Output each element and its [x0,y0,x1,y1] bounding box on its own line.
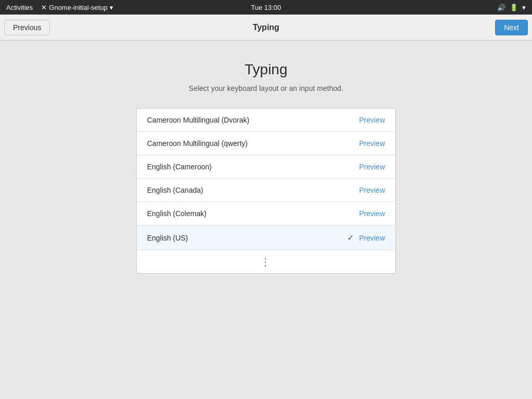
row-right: Preview [359,209,385,218]
row-left: Cameroon Multilingual (qwerty) [147,139,248,148]
previous-button[interactable]: Previous [4,20,50,35]
row-left: English (Cameroon) [147,163,212,171]
topbar-clock: Tue 13:00 [251,4,281,11]
layout-name: Cameroon Multilingual (Dvorak) [147,116,249,124]
more-options-row[interactable]: ⋮ [137,250,395,273]
list-item[interactable]: Cameroon Multilingual (qwerty) Preview [137,132,395,155]
preview-link[interactable]: Preview [359,209,385,218]
page-subtitle: Select your keyboard layout or an input … [189,84,343,92]
main-content: Typing Select your keyboard layout or an… [0,41,532,284]
row-right: Preview [359,139,385,148]
row-left: Cameroon Multilingual (Dvorak) [147,116,249,124]
list-item[interactable]: English (US) ✓ Preview [137,225,395,250]
keyboard-layout-list: Cameroon Multilingual (Dvorak) Preview C… [136,108,396,274]
preview-link[interactable]: Preview [359,116,385,124]
sound-icon[interactable]: 🔊 [497,4,506,11]
list-item[interactable]: English (Cameroon) Preview [137,155,395,179]
layout-name: English (US) [147,234,188,242]
headerbar: Previous Typing Next [0,15,532,41]
battery-icon: 🔋 [510,4,518,11]
system-menu-icon[interactable]: ▾ [522,4,526,11]
topbar-left: Activities ✕ Gnome-initial-setup ▾ [6,4,113,11]
list-item[interactable]: Cameroon Multilingual (Dvorak) Preview [137,109,395,132]
preview-link[interactable]: Preview [359,186,385,194]
preview-link[interactable]: Preview [359,139,385,148]
topbar: Activities ✕ Gnome-initial-setup ▾ Tue 1… [0,0,532,15]
layout-name: English (Cameroon) [147,163,212,171]
row-left: English (US) [147,234,188,242]
list-item[interactable]: English (Colemak) Preview [137,202,395,225]
layout-name: English (Canada) [147,186,203,194]
row-right: Preview [359,186,385,194]
row-left: English (Colemak) [147,209,206,218]
list-item[interactable]: English (Canada) Preview [137,179,395,202]
row-right: Preview [359,163,385,171]
headerbar-title: Typing [252,23,279,32]
row-left: English (Canada) [147,186,203,194]
layout-name: English (Colemak) [147,209,206,218]
row-right: Preview [359,116,385,124]
topbar-right: 🔊 🔋 ▾ [497,4,526,11]
next-button[interactable]: Next [495,20,528,35]
row-right: ✓ Preview [347,233,385,243]
more-dots-icon: ⋮ [260,256,272,268]
app-icon: ✕ [41,4,47,11]
preview-link[interactable]: Preview [359,163,385,171]
page-title: Typing [245,61,288,78]
app-name[interactable]: ✕ Gnome-initial-setup ▾ [41,4,113,11]
selected-check-icon: ✓ [347,233,354,243]
layout-name: Cameroon Multilingual (qwerty) [147,139,248,148]
preview-link[interactable]: Preview [359,234,385,242]
activities-button[interactable]: Activities [6,4,33,11]
